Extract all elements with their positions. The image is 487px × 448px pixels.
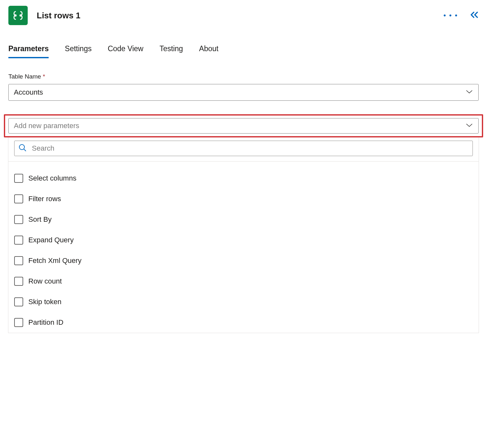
- table-name-value: Accounts: [14, 88, 43, 97]
- panel-title: List rows 1: [37, 11, 81, 21]
- search-box[interactable]: [14, 141, 473, 156]
- panel-header: List rows 1 • • •: [8, 6, 479, 25]
- add-parameters-dropdown[interactable]: Add new parameters: [8, 118, 479, 134]
- option-skip-token[interactable]: Skip token: [14, 292, 473, 312]
- checkbox[interactable]: [14, 297, 23, 306]
- option-select-columns[interactable]: Select columns: [14, 168, 473, 189]
- svg-point-0: [14, 14, 17, 17]
- option-row-count[interactable]: Row count: [14, 271, 473, 292]
- table-name-field: Table Name * Accounts: [8, 73, 479, 101]
- option-partition-id[interactable]: Partition ID: [14, 312, 473, 333]
- required-asterisk: *: [43, 73, 45, 80]
- table-name-label: Table Name *: [8, 73, 479, 80]
- add-parameters-panel: Select columns Filter rows Sort By Expan…: [8, 137, 479, 333]
- header-actions: • • •: [444, 11, 479, 20]
- connector-icon: [8, 6, 28, 25]
- option-label: Skip token: [28, 298, 62, 306]
- more-icon[interactable]: • • •: [444, 11, 458, 20]
- svg-point-1: [20, 14, 22, 17]
- add-parameters-highlight: Add new parameters: [4, 114, 483, 137]
- checkbox[interactable]: [14, 318, 23, 327]
- option-label: Select columns: [28, 174, 76, 182]
- header-left: List rows 1: [8, 6, 81, 25]
- option-label: Fetch Xml Query: [28, 257, 81, 265]
- tab-parameters[interactable]: Parameters: [8, 44, 49, 58]
- add-parameters-placeholder: Add new parameters: [14, 122, 79, 130]
- option-fetch-xml-query[interactable]: Fetch Xml Query: [14, 250, 473, 271]
- option-expand-query[interactable]: Expand Query: [14, 230, 473, 250]
- checkbox[interactable]: [14, 277, 23, 286]
- option-label: Filter rows: [28, 195, 61, 203]
- parameter-options-list: Select columns Filter rows Sort By Expan…: [8, 162, 479, 333]
- checkbox[interactable]: [14, 194, 23, 203]
- option-filter-rows[interactable]: Filter rows: [14, 189, 473, 209]
- tab-bar: Parameters Settings Code View Testing Ab…: [8, 44, 479, 58]
- tab-settings[interactable]: Settings: [65, 44, 91, 58]
- checkbox[interactable]: [14, 215, 23, 224]
- tab-testing[interactable]: Testing: [159, 44, 183, 58]
- option-label: Partition ID: [28, 318, 63, 327]
- search-row: [8, 137, 479, 162]
- search-input[interactable]: [32, 144, 469, 153]
- chevron-down-icon: [465, 89, 473, 95]
- option-label: Sort By: [28, 215, 52, 224]
- search-icon: [18, 144, 27, 153]
- table-name-dropdown[interactable]: Accounts: [8, 84, 479, 101]
- checkbox[interactable]: [14, 256, 23, 265]
- collapse-icon[interactable]: [470, 11, 479, 20]
- chevron-down-icon: [465, 123, 473, 129]
- option-label: Expand Query: [28, 236, 74, 244]
- option-sort-by[interactable]: Sort By: [14, 209, 473, 230]
- tab-code-view[interactable]: Code View: [108, 44, 143, 58]
- tab-about[interactable]: About: [199, 44, 218, 58]
- checkbox[interactable]: [14, 236, 23, 245]
- svg-line-3: [24, 149, 26, 151]
- option-label: Row count: [28, 277, 62, 285]
- checkbox[interactable]: [14, 174, 23, 183]
